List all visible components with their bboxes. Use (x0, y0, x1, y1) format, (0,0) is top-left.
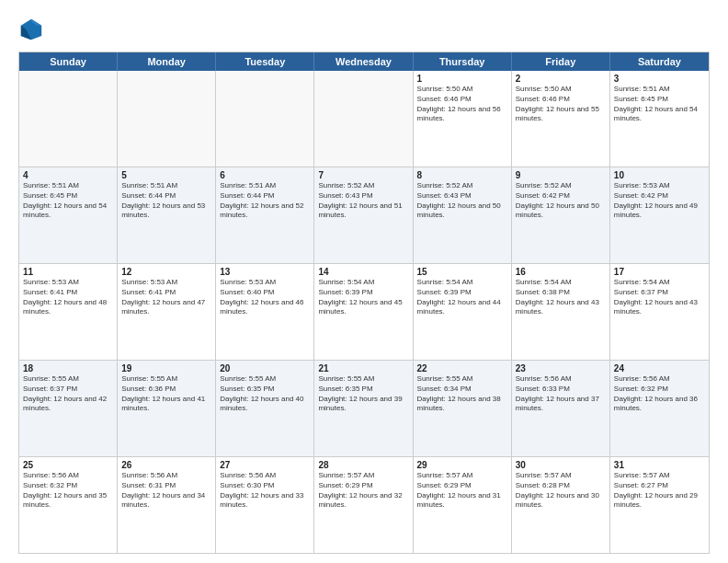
calendar-cell: 7Sunrise: 5:52 AMSunset: 6:43 PMDaylight… (314, 167, 413, 263)
day-number: 30 (516, 460, 606, 470)
calendar-cell: 21Sunrise: 5:55 AMSunset: 6:35 PMDayligh… (314, 361, 413, 456)
calendar-week-2: 4Sunrise: 5:51 AMSunset: 6:45 PMDaylight… (19, 167, 709, 263)
cell-info: Sunrise: 5:52 AMSunset: 6:43 PMDaylight:… (417, 181, 507, 221)
day-number: 2 (516, 74, 606, 84)
header-day-thursday: Thursday (414, 52, 512, 71)
calendar-cell: 30Sunrise: 5:57 AMSunset: 6:28 PMDayligh… (512, 457, 610, 553)
cell-info: Sunrise: 5:53 AMSunset: 6:42 PMDaylight:… (614, 181, 705, 221)
calendar-cell: 19Sunrise: 5:55 AMSunset: 6:36 PMDayligh… (118, 361, 216, 456)
calendar-cell: 24Sunrise: 5:56 AMSunset: 6:32 PMDayligh… (610, 361, 709, 456)
day-number: 7 (318, 170, 408, 180)
header-day-friday: Friday (512, 52, 610, 71)
calendar-cell: 15Sunrise: 5:54 AMSunset: 6:39 PMDayligh… (414, 264, 512, 360)
calendar-cell: 18Sunrise: 5:55 AMSunset: 6:37 PMDayligh… (19, 361, 118, 456)
cell-info: Sunrise: 5:57 AMSunset: 6:28 PMDaylight:… (516, 471, 606, 511)
calendar-cell: 25Sunrise: 5:56 AMSunset: 6:32 PMDayligh… (19, 457, 118, 553)
cell-info: Sunrise: 5:56 AMSunset: 6:32 PMDaylight:… (614, 374, 705, 414)
day-number: 26 (121, 460, 211, 470)
cell-info: Sunrise: 5:54 AMSunset: 6:39 PMDaylight:… (318, 278, 408, 317)
calendar-cell: 2Sunrise: 5:50 AMSunset: 6:46 PMDaylight… (512, 71, 610, 167)
day-number: 22 (417, 363, 507, 373)
day-number: 1 (417, 74, 507, 84)
day-number: 4 (23, 170, 113, 180)
calendar-week-4: 18Sunrise: 5:55 AMSunset: 6:37 PMDayligh… (19, 360, 709, 456)
calendar-cell: 10Sunrise: 5:53 AMSunset: 6:42 PMDayligh… (610, 167, 709, 263)
calendar-cell: 11Sunrise: 5:53 AMSunset: 6:41 PMDayligh… (19, 264, 118, 360)
cell-info: Sunrise: 5:56 AMSunset: 6:33 PMDaylight:… (516, 374, 606, 414)
day-number: 11 (23, 267, 113, 277)
calendar-cell: 28Sunrise: 5:57 AMSunset: 6:29 PMDayligh… (314, 457, 413, 553)
calendar-cell: 9Sunrise: 5:52 AMSunset: 6:42 PMDaylight… (512, 167, 610, 263)
day-number: 19 (121, 363, 211, 373)
calendar-cell: 12Sunrise: 5:53 AMSunset: 6:41 PMDayligh… (118, 264, 216, 360)
calendar-body: 1Sunrise: 5:50 AMSunset: 6:46 PMDaylight… (19, 71, 709, 553)
calendar-header: SundayMondayTuesdayWednesdayThursdayFrid… (19, 52, 709, 71)
calendar-week-5: 25Sunrise: 5:56 AMSunset: 6:32 PMDayligh… (19, 456, 709, 553)
day-number: 8 (417, 170, 507, 180)
calendar-cell (118, 71, 216, 167)
day-number: 13 (220, 267, 310, 277)
calendar-cell: 5Sunrise: 5:51 AMSunset: 6:44 PMDaylight… (118, 167, 216, 263)
cell-info: Sunrise: 5:56 AMSunset: 6:31 PMDaylight:… (121, 471, 211, 511)
cell-info: Sunrise: 5:56 AMSunset: 6:32 PMDaylight:… (23, 471, 113, 511)
cell-info: Sunrise: 5:55 AMSunset: 6:35 PMDaylight:… (318, 374, 408, 414)
calendar-cell: 16Sunrise: 5:54 AMSunset: 6:38 PMDayligh… (512, 264, 610, 360)
cell-info: Sunrise: 5:52 AMSunset: 6:42 PMDaylight:… (516, 181, 606, 221)
day-number: 15 (417, 267, 507, 277)
cell-info: Sunrise: 5:50 AMSunset: 6:46 PMDaylight:… (417, 85, 507, 124)
header-day-monday: Monday (118, 52, 216, 71)
calendar-cell: 6Sunrise: 5:51 AMSunset: 6:44 PMDaylight… (216, 167, 314, 263)
header-day-wednesday: Wednesday (314, 52, 413, 71)
calendar-week-1: 1Sunrise: 5:50 AMSunset: 6:46 PMDaylight… (19, 71, 709, 167)
day-number: 29 (417, 460, 507, 470)
day-number: 10 (614, 170, 705, 180)
cell-info: Sunrise: 5:55 AMSunset: 6:35 PMDaylight:… (220, 374, 310, 414)
cell-info: Sunrise: 5:57 AMSunset: 6:29 PMDaylight:… (417, 471, 507, 511)
day-number: 6 (220, 170, 310, 180)
logo-icon (18, 17, 44, 42)
page: SundayMondayTuesdayWednesdayThursdayFrid… (0, 0, 728, 563)
calendar-cell (314, 71, 413, 167)
calendar-cell: 26Sunrise: 5:56 AMSunset: 6:31 PMDayligh… (118, 457, 216, 553)
calendar-cell: 27Sunrise: 5:56 AMSunset: 6:30 PMDayligh… (216, 457, 314, 553)
calendar-cell: 29Sunrise: 5:57 AMSunset: 6:29 PMDayligh… (414, 457, 512, 553)
calendar-cell: 31Sunrise: 5:57 AMSunset: 6:27 PMDayligh… (610, 457, 709, 553)
day-number: 28 (318, 460, 408, 470)
cell-info: Sunrise: 5:52 AMSunset: 6:43 PMDaylight:… (318, 181, 408, 221)
calendar-cell: 20Sunrise: 5:55 AMSunset: 6:35 PMDayligh… (216, 361, 314, 456)
calendar-cell: 22Sunrise: 5:55 AMSunset: 6:34 PMDayligh… (414, 361, 512, 456)
cell-info: Sunrise: 5:55 AMSunset: 6:37 PMDaylight:… (23, 374, 113, 414)
cell-info: Sunrise: 5:54 AMSunset: 6:38 PMDaylight:… (516, 278, 606, 317)
cell-info: Sunrise: 5:53 AMSunset: 6:41 PMDaylight:… (121, 278, 211, 317)
cell-info: Sunrise: 5:54 AMSunset: 6:39 PMDaylight:… (417, 278, 507, 317)
calendar-cell: 8Sunrise: 5:52 AMSunset: 6:43 PMDaylight… (414, 167, 512, 263)
day-number: 5 (121, 170, 211, 180)
cell-info: Sunrise: 5:57 AMSunset: 6:29 PMDaylight:… (318, 471, 408, 511)
day-number: 20 (220, 363, 310, 373)
calendar-week-3: 11Sunrise: 5:53 AMSunset: 6:41 PMDayligh… (19, 263, 709, 360)
calendar-cell: 14Sunrise: 5:54 AMSunset: 6:39 PMDayligh… (314, 264, 413, 360)
calendar-cell: 17Sunrise: 5:54 AMSunset: 6:37 PMDayligh… (610, 264, 709, 360)
cell-info: Sunrise: 5:51 AMSunset: 6:45 PMDaylight:… (23, 181, 113, 221)
day-number: 21 (318, 363, 408, 373)
cell-info: Sunrise: 5:51 AMSunset: 6:44 PMDaylight:… (121, 181, 211, 221)
cell-info: Sunrise: 5:55 AMSunset: 6:34 PMDaylight:… (417, 374, 507, 414)
calendar-cell: 23Sunrise: 5:56 AMSunset: 6:33 PMDayligh… (512, 361, 610, 456)
day-number: 24 (614, 363, 705, 373)
calendar-cell: 1Sunrise: 5:50 AMSunset: 6:46 PMDaylight… (414, 71, 512, 167)
calendar-cell (19, 71, 118, 167)
day-number: 16 (516, 267, 606, 277)
cell-info: Sunrise: 5:50 AMSunset: 6:46 PMDaylight:… (516, 85, 606, 124)
cell-info: Sunrise: 5:51 AMSunset: 6:44 PMDaylight:… (220, 181, 310, 221)
cell-info: Sunrise: 5:57 AMSunset: 6:27 PMDaylight:… (614, 471, 705, 511)
day-number: 17 (614, 267, 705, 277)
header-day-tuesday: Tuesday (216, 52, 314, 71)
cell-info: Sunrise: 5:51 AMSunset: 6:45 PMDaylight:… (614, 85, 705, 124)
logo (18, 17, 50, 42)
cell-info: Sunrise: 5:53 AMSunset: 6:41 PMDaylight:… (23, 278, 113, 317)
cell-info: Sunrise: 5:55 AMSunset: 6:36 PMDaylight:… (121, 374, 211, 414)
cell-info: Sunrise: 5:56 AMSunset: 6:30 PMDaylight:… (220, 471, 310, 511)
calendar-cell: 4Sunrise: 5:51 AMSunset: 6:45 PMDaylight… (19, 167, 118, 263)
cell-info: Sunrise: 5:53 AMSunset: 6:40 PMDaylight:… (220, 278, 310, 317)
calendar-cell (216, 71, 314, 167)
